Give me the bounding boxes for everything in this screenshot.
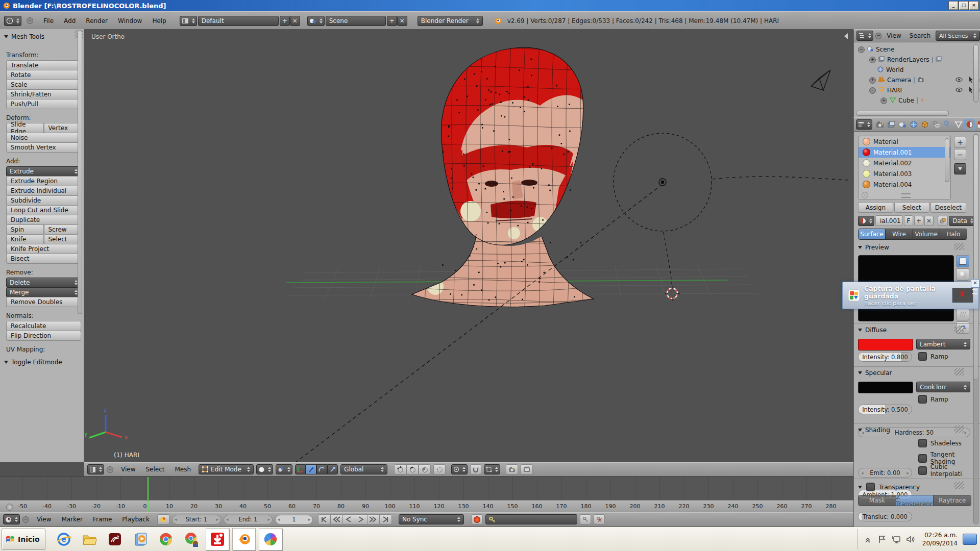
select-button[interactable]: Select — [894, 202, 929, 213]
viewport-3d[interactable]: z y x User Ortho (1) HARI — [84, 29, 853, 462]
collapse-menus-button[interactable]: − — [22, 516, 29, 523]
render-opengl-anim-button[interactable] — [521, 464, 533, 474]
tool-button-loop-cut-and-slide[interactable]: Loop Cut and Slide — [6, 205, 81, 215]
tray-volume-icon[interactable] — [904, 529, 917, 549]
preview-panel-header[interactable]: Preview — [858, 244, 889, 251]
properties-tab-modifiers[interactable] — [942, 119, 952, 130]
editor-type-button[interactable] — [856, 119, 872, 130]
tool-button-rotate[interactable]: Rotate — [6, 70, 81, 80]
viewport-shading-selector[interactable] — [256, 464, 273, 474]
properties-tab-render-layers[interactable] — [886, 119, 896, 130]
panel-drag-grip[interactable] — [954, 482, 964, 489]
mesh-tools-panel-header[interactable]: Mesh Tools — [4, 33, 44, 40]
tool-button-subdivide[interactable]: Subdivide — [6, 195, 81, 206]
layout-add-button[interactable]: + — [280, 16, 290, 26]
scene-delete-button[interactable]: ✕ — [397, 16, 407, 26]
proportional-edit-selector[interactable] — [451, 464, 468, 474]
material-add-button[interactable]: + — [914, 216, 923, 226]
specular-color-swatch[interactable] — [858, 382, 913, 393]
deselect-button[interactable]: Deselect — [930, 202, 966, 213]
manipulator-translate-button[interactable] — [295, 464, 306, 474]
minimize-button[interactable]: _ — [949, 2, 958, 10]
minus-expand-icon[interactable]: − — [858, 46, 865, 53]
properties-tab-texture[interactable] — [975, 119, 980, 130]
tool-button-bisect[interactable]: Bisect — [6, 254, 81, 264]
panel-drag-grip[interactable] — [954, 243, 964, 250]
close-button[interactable]: × — [969, 2, 978, 10]
material-slot-material-001[interactable]: Material.001 — [859, 147, 950, 158]
shading-translucency-field[interactable]: Transluc: 0.000 — [858, 512, 912, 521]
specular-shader-selector[interactable]: CookTorr — [916, 382, 970, 392]
playback-rewind-button[interactable] — [330, 514, 343, 524]
viewport-menu-mesh[interactable]: Mesh — [170, 466, 197, 473]
pointer-toggle-icon[interactable] — [967, 76, 974, 85]
properties-tab-constraints[interactable] — [930, 119, 941, 130]
toggle-editmode-panel-header[interactable]: Toggle Editmode — [4, 359, 62, 366]
head-mesh[interactable] — [406, 44, 605, 315]
material-type-volume[interactable]: Volume — [913, 229, 940, 239]
specular-panel-header[interactable]: Specular — [858, 369, 892, 377]
pivot-point-selector[interactable] — [276, 464, 292, 474]
menu-file[interactable]: File — [38, 17, 59, 24]
tray-chevron-icon[interactable] — [861, 529, 874, 549]
taskbar-app-video-downloader[interactable] — [206, 528, 229, 550]
timeline-handle[interactable] — [6, 504, 13, 511]
tool-button-extrude-individual[interactable]: Extrude Individual — [6, 186, 81, 196]
taskbar-app-picasa[interactable] — [259, 528, 282, 550]
sync-mode-selector[interactable]: No Sync — [399, 514, 464, 524]
transparency-checkbox[interactable] — [866, 483, 875, 491]
playback-play-button[interactable] — [355, 514, 368, 524]
properties-tab-scene[interactable] — [897, 119, 908, 130]
face-select-mode-button[interactable] — [419, 464, 431, 474]
manipulator-axis-button[interactable] — [306, 464, 316, 474]
tool-button-shrink-fatten[interactable]: Shrink/Fatten — [6, 89, 81, 99]
shading-panel-header[interactable]: Shading — [858, 427, 890, 434]
material-type-wire[interactable]: Wire — [886, 229, 913, 239]
cursor-3d[interactable] — [665, 286, 680, 301]
material-name-field[interactable]: ial.001 — [875, 215, 903, 226]
plus-expand-icon[interactable]: + — [869, 57, 876, 63]
properties-tab-object[interactable] — [919, 119, 930, 130]
playback-fast-forward-button[interactable] — [367, 514, 380, 524]
tool-button-duplicate[interactable]: Duplicate — [6, 215, 81, 225]
material-slot-remove-button[interactable]: − — [954, 149, 966, 160]
collapse-menus-button[interactable]: − — [27, 17, 33, 24]
outliner-item-hari[interactable]: −HARI — [854, 85, 980, 95]
plus-expand-icon[interactable]: + — [869, 77, 876, 84]
taskbar-app-internet-explorer[interactable]: e — [53, 529, 75, 550]
playback-range-lock-button[interactable] — [157, 514, 169, 524]
delete-keyframe-button[interactable] — [594, 514, 605, 524]
cubic-interpolation-checkbox[interactable] — [918, 466, 927, 475]
start-button[interactable]: Inicio — [2, 529, 45, 550]
outliner-item-cube[interactable]: +Cube| — [854, 95, 980, 106]
eye-toggle-icon[interactable] — [955, 76, 963, 85]
properties-tab-render[interactable] — [874, 119, 885, 130]
collapse-menus-button[interactable]: − — [875, 33, 881, 39]
tool-button-spin[interactable]: Spin — [6, 224, 44, 235]
tool-button-vertex[interactable]: Vertex — [44, 123, 82, 133]
playback-jump-end-button[interactable] — [379, 514, 392, 524]
specular-ramp-checkbox[interactable] — [918, 395, 927, 404]
pin-id-button[interactable] — [938, 216, 948, 226]
tool-button-extrude-region[interactable]: Extrude Region — [6, 176, 81, 186]
outliner-search-menu[interactable]: Search — [906, 32, 934, 39]
material-type-halo[interactable]: Halo — [940, 229, 967, 239]
browse-material-button[interactable] — [858, 216, 874, 226]
tool-button-extrude[interactable]: Extrude — [6, 166, 81, 177]
outliner-view-menu[interactable]: View — [884, 32, 904, 39]
tool-shelf-scrollbar[interactable] — [78, 30, 82, 314]
material-list-scrollbar[interactable] — [945, 138, 949, 182]
tray-clock[interactable]: 02:26 a.m. 20/09/2014 — [922, 531, 958, 547]
snap-element-selector[interactable] — [484, 464, 500, 474]
editor-type-button[interactable] — [856, 31, 873, 41]
manipulator-rotate-button[interactable] — [316, 464, 327, 474]
taskbar-app-media-player[interactable] — [129, 529, 152, 550]
fake-user-button[interactable]: F — [904, 215, 913, 226]
viewport-menu-view[interactable]: View — [116, 466, 140, 473]
menu-add[interactable]: Add — [59, 17, 81, 24]
editor-type-button[interactable]: i — [4, 16, 21, 26]
properties-scrollbar-thumb[interactable] — [973, 134, 978, 380]
link-data-selector[interactable]: Data — [949, 216, 977, 226]
properties-tab-world[interactable] — [908, 119, 919, 130]
panel-drag-grip[interactable] — [954, 325, 964, 333]
